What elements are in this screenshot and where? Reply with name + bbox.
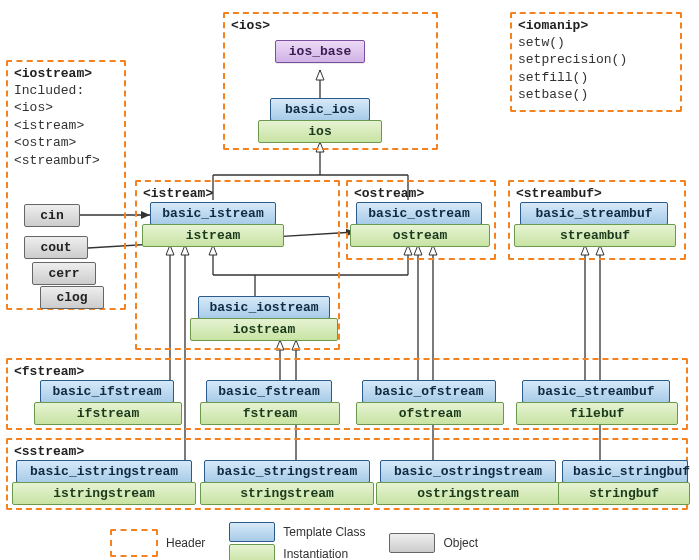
header-iomanip-label: <iomanip> <box>518 18 674 34</box>
class-basic-fstream: basic_fstream <box>206 380 332 403</box>
header-iomanip: <iomanip> setw() setprecision() setfill(… <box>510 12 682 112</box>
header-streambuf-label: <streambuf> <box>516 186 678 202</box>
object-cin: cin <box>24 204 80 227</box>
header-sstream-label: <sstream> <box>14 444 680 460</box>
legend-instantiation-label: Instantiation <box>283 547 348 560</box>
iomanip-line-3: setbase() <box>518 86 674 104</box>
inst-istringstream: istringstream <box>12 482 196 505</box>
header-iostream-label: <iostream> <box>14 66 118 82</box>
legend: Header Template Class Instantiation Obje… <box>110 522 494 560</box>
class-basic-stringbuf: basic_stringbuf <box>562 460 688 483</box>
legend-template-label: Template Class <box>283 525 365 539</box>
inst-ostringstream: ostringstream <box>376 482 560 505</box>
legend-header-swatch <box>110 529 158 557</box>
object-cout: cout <box>24 236 88 259</box>
class-basic-ostream: basic_ostream <box>356 202 482 225</box>
header-ostream-label: <ostream> <box>354 186 488 202</box>
iostream-inc-1: <istream> <box>14 117 118 135</box>
header-fstream-label: <fstream> <box>14 364 680 380</box>
legend-header-label: Header <box>166 536 205 550</box>
iostream-inc-2: <ostram> <box>14 134 118 152</box>
class-basic-ostringstream: basic_ostringstream <box>380 460 556 483</box>
class-basic-istringstream: basic_istringstream <box>16 460 192 483</box>
iostream-inc-0: <ios> <box>14 99 118 117</box>
class-basic-streambuf: basic_streambuf <box>520 202 668 225</box>
object-cerr: cerr <box>32 262 96 285</box>
header-ios-label: <ios> <box>231 18 430 34</box>
legend-template-swatch <box>229 522 275 542</box>
inst-stringstream: stringstream <box>200 482 374 505</box>
class-basic-istream: basic_istream <box>150 202 276 225</box>
inst-stringbuf: stringbuf <box>558 482 690 505</box>
legend-object-label: Object <box>443 536 478 550</box>
inst-ios: ios <box>258 120 382 143</box>
iomanip-line-0: setw() <box>518 34 674 52</box>
class-basic-filebuf: basic_streambuf <box>522 380 670 403</box>
iomanip-line-2: setfill() <box>518 69 674 87</box>
inst-ifstream: ifstream <box>34 402 182 425</box>
class-basic-ios: basic_ios <box>270 98 370 121</box>
inst-istream: istream <box>142 224 284 247</box>
inst-filebuf: filebuf <box>516 402 678 425</box>
inst-fstream: fstream <box>200 402 340 425</box>
legend-instantiation-swatch <box>229 544 275 560</box>
object-clog: clog <box>40 286 104 309</box>
header-istream-label: <istream> <box>143 186 332 202</box>
inst-streambuf: streambuf <box>514 224 676 247</box>
iomanip-line-1: setprecision() <box>518 51 674 69</box>
inst-iostream: iostream <box>190 318 338 341</box>
legend-object-swatch <box>389 533 435 553</box>
diagram-canvas: <ios> ios_base basic_ios ios <iomanip> s… <box>0 0 699 560</box>
class-basic-stringstream: basic_stringstream <box>204 460 370 483</box>
iostream-inc-3: <streambuf> <box>14 152 118 170</box>
inst-ofstream: ofstream <box>356 402 504 425</box>
class-ios-base: ios_base <box>275 40 365 63</box>
class-basic-ofstream: basic_ofstream <box>362 380 496 403</box>
inst-ostream: ostream <box>350 224 490 247</box>
class-basic-ifstream: basic_ifstream <box>40 380 174 403</box>
iostream-included-label: Included: <box>14 82 118 100</box>
class-basic-iostream: basic_iostream <box>198 296 330 319</box>
